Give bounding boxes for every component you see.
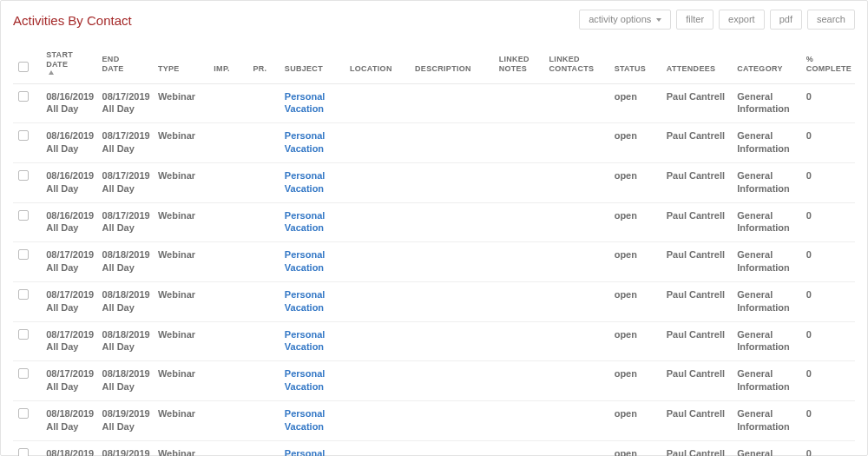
col-linked-contacts[interactable]: LINKED CONTACTS: [544, 45, 609, 83]
cell-pr: [247, 242, 279, 282]
cell-pr: [247, 202, 279, 242]
col-attendees[interactable]: ATTENDEES: [661, 45, 733, 83]
cell-complete: 0: [801, 83, 855, 123]
col-category[interactable]: CATEGORY: [732, 45, 800, 83]
cell-linked-contacts: [544, 361, 609, 401]
cell-linked-contacts: [544, 440, 609, 456]
cell-complete: 0: [801, 401, 855, 441]
col-imp[interactable]: IMP.: [208, 45, 247, 83]
cell-subject[interactable]: PersonalVacation: [279, 162, 345, 202]
cell-pr: [247, 361, 279, 401]
cell-subject[interactable]: PersonalVacation: [279, 123, 345, 163]
checkbox-icon[interactable]: [18, 130, 29, 141]
col-type[interactable]: TYPE: [153, 45, 208, 83]
cell-subject[interactable]: PersonalVacation: [279, 242, 345, 282]
cell-pr: [247, 83, 279, 123]
cell-description: [410, 321, 494, 361]
search-button[interactable]: search: [807, 10, 855, 30]
row-checkbox[interactable]: [13, 83, 41, 123]
cell-category: GeneralInformation: [732, 361, 800, 401]
cell-attendees: Paul Cantrell: [661, 281, 733, 321]
cell-type: Webinar: [153, 440, 208, 456]
checkbox-icon[interactable]: [18, 368, 29, 379]
cell-subject[interactable]: PersonalVacation: [279, 83, 345, 123]
cell-end-date: 08/19/2019All Day: [97, 440, 153, 456]
checkbox-icon[interactable]: [18, 91, 29, 102]
checkbox-icon[interactable]: [18, 249, 29, 260]
cell-attendees: Paul Cantrell: [661, 242, 733, 282]
cell-linked-notes: [494, 123, 544, 163]
table-row: 08/16/2019All Day08/17/2019All DayWebina…: [13, 83, 855, 123]
cell-start-date: 08/16/2019All Day: [41, 202, 96, 242]
cell-linked-contacts: [544, 242, 609, 282]
cell-imp: [208, 440, 247, 456]
row-checkbox[interactable]: [13, 440, 41, 456]
panel-header: Activities By Contact activity options f…: [13, 10, 855, 30]
cell-linked-notes: [494, 202, 544, 242]
cell-imp: [208, 202, 247, 242]
cell-status: open: [609, 281, 661, 321]
activity-options-label: activity options: [589, 15, 651, 24]
cell-type: Webinar: [153, 83, 208, 123]
cell-status: open: [609, 361, 661, 401]
row-checkbox[interactable]: [13, 202, 41, 242]
table-row: 08/16/2019All Day08/17/2019All DayWebina…: [13, 162, 855, 202]
cell-subject[interactable]: PersonalVacation: [279, 440, 345, 456]
col-subject[interactable]: SUBJECT: [279, 45, 345, 83]
cell-type: Webinar: [153, 123, 208, 163]
cell-end-date: 08/17/2019All Day: [97, 83, 153, 123]
row-checkbox[interactable]: [13, 162, 41, 202]
checkbox-icon[interactable]: [18, 289, 29, 300]
cell-linked-notes: [494, 281, 544, 321]
checkbox-icon[interactable]: [18, 448, 29, 456]
cell-subject[interactable]: PersonalVacation: [279, 401, 345, 441]
export-button[interactable]: export: [719, 10, 765, 30]
col-complete[interactable]: % COMPLETE: [801, 45, 855, 83]
row-checkbox[interactable]: [13, 281, 41, 321]
row-checkbox[interactable]: [13, 123, 41, 163]
cell-imp: [208, 361, 247, 401]
checkbox-icon[interactable]: [18, 408, 29, 419]
sort-asc-icon: [49, 70, 54, 75]
table-row: 08/17/2019All Day08/18/2019All DayWebina…: [13, 361, 855, 401]
col-description[interactable]: DESCRIPTION: [410, 45, 494, 83]
cell-start-date: 08/17/2019All Day: [41, 281, 96, 321]
col-pr[interactable]: PR.: [247, 45, 279, 83]
col-end-date[interactable]: END DATE: [97, 45, 153, 83]
col-select-all[interactable]: [13, 45, 41, 83]
cell-end-date: 08/18/2019All Day: [97, 321, 153, 361]
cell-type: Webinar: [153, 281, 208, 321]
cell-status: open: [609, 401, 661, 441]
cell-end-date: 08/18/2019All Day: [97, 242, 153, 282]
cell-location: [345, 440, 410, 456]
cell-attendees: Paul Cantrell: [661, 162, 733, 202]
cell-status: open: [609, 123, 661, 163]
checkbox-icon[interactable]: [18, 62, 29, 72]
col-linked-notes[interactable]: LINKED NOTES: [494, 45, 544, 83]
row-checkbox[interactable]: [13, 242, 41, 282]
cell-pr: [247, 440, 279, 456]
cell-complete: 0: [801, 242, 855, 282]
checkbox-icon[interactable]: [18, 329, 29, 340]
cell-pr: [247, 321, 279, 361]
checkbox-icon[interactable]: [18, 210, 29, 221]
col-start-date[interactable]: START DATE: [41, 45, 96, 83]
activity-options-button[interactable]: activity options: [579, 10, 671, 30]
col-location[interactable]: LOCATION: [345, 45, 410, 83]
cell-subject[interactable]: PersonalVacation: [279, 202, 345, 242]
pdf-button[interactable]: pdf: [770, 10, 802, 30]
col-status[interactable]: STATUS: [609, 45, 661, 83]
table-row: 08/17/2019All Day08/18/2019All DayWebina…: [13, 321, 855, 361]
cell-end-date: 08/18/2019All Day: [97, 361, 153, 401]
cell-subject[interactable]: PersonalVacation: [279, 361, 345, 401]
row-checkbox[interactable]: [13, 401, 41, 441]
cell-category: GeneralInformation: [732, 321, 800, 361]
row-checkbox[interactable]: [13, 361, 41, 401]
cell-subject[interactable]: PersonalVacation: [279, 281, 345, 321]
row-checkbox[interactable]: [13, 321, 41, 361]
checkbox-icon[interactable]: [18, 170, 29, 181]
cell-location: [345, 202, 410, 242]
filter-button[interactable]: filter: [676, 10, 713, 30]
cell-description: [410, 123, 494, 163]
cell-subject[interactable]: PersonalVacation: [279, 321, 345, 361]
